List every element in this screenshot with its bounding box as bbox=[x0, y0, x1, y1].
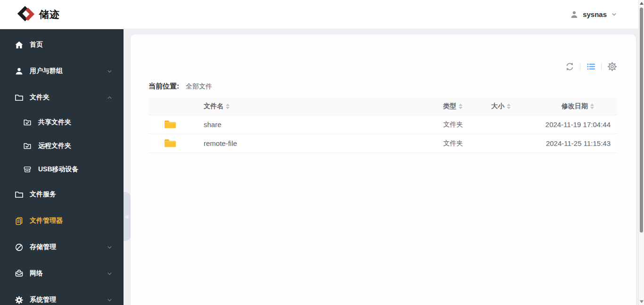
folder-icon bbox=[149, 138, 186, 148]
breadcrumb: 当前位置: 全部文件 bbox=[149, 82, 617, 91]
location-all-files-link[interactable]: 全部文件 bbox=[186, 82, 212, 91]
folder-check-icon bbox=[23, 118, 32, 127]
folder-icon bbox=[14, 93, 24, 102]
chevron-down-icon bbox=[106, 244, 113, 251]
sort-caret[interactable] bbox=[226, 104, 230, 109]
sidebar-item-storage[interactable]: 存储管理 bbox=[0, 234, 124, 260]
collapse-chevrons-icon: « bbox=[125, 213, 129, 220]
folder-icon bbox=[149, 120, 186, 129]
sidebar-item-usb-devices[interactable]: USB移动设备 bbox=[0, 158, 124, 181]
sidebar-item-home[interactable]: 首页 bbox=[0, 32, 124, 58]
refresh-button[interactable] bbox=[564, 61, 575, 72]
sidebar-item-file-services[interactable]: 文件服务 bbox=[0, 181, 124, 208]
main-area: « bbox=[124, 29, 644, 305]
sidebar-collapse-handle[interactable]: « bbox=[124, 192, 131, 241]
sort-caret[interactable] bbox=[507, 104, 511, 109]
table-row-remote-file[interactable]: remote-file 文件夹 2024-11-25 11:15:43 bbox=[149, 134, 617, 153]
top-header: 储迹 sysnas bbox=[0, 0, 644, 29]
user-icon bbox=[570, 10, 579, 19]
table-row-share[interactable]: share 文件夹 2024-11-19 17:04:44 bbox=[149, 115, 617, 134]
brand-title: 储迹 bbox=[39, 8, 60, 21]
scrollbar-down-arrow-icon[interactable] bbox=[640, 300, 644, 303]
sidebar-item-label: 文件管理器 bbox=[30, 217, 63, 225]
file-manager-icon bbox=[14, 216, 24, 225]
file-name: remote-file bbox=[186, 139, 443, 147]
sidebar-item-label: 首页 bbox=[30, 40, 43, 49]
list-view-button[interactable] bbox=[586, 61, 596, 72]
column-header-filename: 文件名 bbox=[186, 102, 443, 111]
home-icon bbox=[14, 40, 24, 49]
user-menu[interactable]: sysnas bbox=[570, 10, 618, 19]
file-modified-date: 2024-11-19 17:04:44 bbox=[538, 120, 617, 128]
chevron-down-icon bbox=[106, 68, 113, 75]
sidebar-item-label: 系统管理 bbox=[30, 296, 56, 304]
file-toolbar bbox=[149, 34, 617, 72]
column-header-type: 类型 bbox=[443, 102, 491, 111]
sidebar-item-network[interactable]: 网络 bbox=[0, 260, 124, 287]
username-label: sysnas bbox=[583, 10, 607, 18]
chevron-down-icon bbox=[106, 297, 113, 304]
sidebar-item-label: 网络 bbox=[30, 269, 43, 278]
users-icon bbox=[14, 66, 24, 76]
file-name: share bbox=[186, 120, 443, 128]
toolbar-divider bbox=[601, 63, 602, 70]
sidebar-item-label: 存储管理 bbox=[30, 243, 56, 251]
sidebar-item-folders[interactable]: 文件夹 bbox=[0, 84, 124, 111]
file-modified-date: 2024-11-25 11:15:43 bbox=[538, 139, 617, 147]
sidebar-item-shared-folders[interactable]: 共享文件夹 bbox=[0, 111, 124, 134]
location-label: 当前位置: bbox=[149, 82, 179, 91]
folder-check-icon bbox=[23, 141, 32, 151]
storage-disk-icon bbox=[14, 242, 24, 252]
sidebar-item-label: 用户与群组 bbox=[30, 67, 63, 75]
chevron-up-icon bbox=[106, 94, 113, 101]
brand-logo[interactable]: 储迹 bbox=[16, 5, 60, 24]
sidebar-item-label: 远程文件夹 bbox=[38, 142, 71, 150]
folder-icon bbox=[14, 190, 24, 199]
scrollbar-thumb[interactable] bbox=[640, 8, 643, 233]
settings-gear-button[interactable] bbox=[607, 61, 617, 72]
scrollbar-up-arrow-icon[interactable] bbox=[640, 2, 644, 5]
chevron-down-icon bbox=[106, 270, 113, 277]
gear-icon bbox=[14, 295, 24, 305]
content-card: 当前位置: 全部文件 文件名 类型 大小 bbox=[131, 34, 636, 305]
file-table-header: 文件名 类型 大小 修改日期 bbox=[149, 98, 617, 115]
network-router-icon bbox=[14, 269, 24, 278]
sidebar-item-label: 文件服务 bbox=[30, 190, 56, 199]
sidebar-item-system[interactable]: 系统管理 bbox=[0, 287, 124, 305]
sidebar-item-label: USB移动设备 bbox=[38, 165, 79, 174]
chevron-down-icon bbox=[611, 11, 618, 18]
file-type: 文件夹 bbox=[443, 139, 491, 148]
sidebar-item-label: 文件夹 bbox=[30, 93, 50, 102]
toolbar-divider bbox=[580, 63, 580, 70]
page-scrollbar[interactable] bbox=[638, 0, 644, 305]
sidebar-item-remote-folders[interactable]: 远程文件夹 bbox=[0, 134, 124, 158]
file-table: 文件名 类型 大小 修改日期 bbox=[149, 98, 617, 153]
sidebar-item-file-manager[interactable]: 文件管理器 bbox=[0, 208, 124, 234]
sidebar-nav: 首页 用户与群组 文件夹 bbox=[0, 29, 124, 305]
sort-caret[interactable] bbox=[459, 104, 462, 109]
file-type: 文件夹 bbox=[443, 120, 491, 129]
sidebar-item-label: 共享文件夹 bbox=[38, 118, 71, 127]
column-header-size: 大小 bbox=[491, 102, 538, 111]
sidebar-item-users-groups[interactable]: 用户与群组 bbox=[0, 58, 124, 84]
column-header-modified: 修改日期 bbox=[538, 102, 617, 111]
usb-drive-icon bbox=[23, 165, 32, 174]
logo-icon bbox=[16, 5, 36, 24]
sort-caret[interactable] bbox=[590, 104, 594, 109]
